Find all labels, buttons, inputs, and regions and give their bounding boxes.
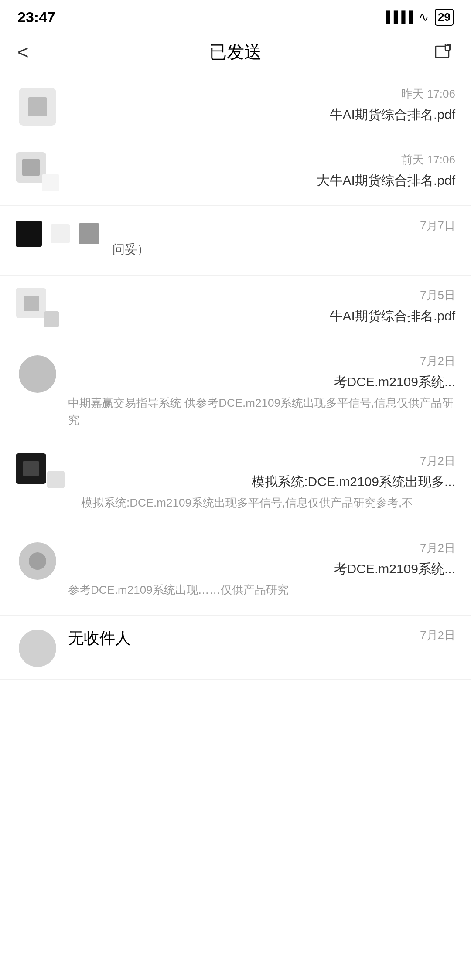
mail-preview: 参考DCE.m2109系统出现……仅供产品研究 [68, 582, 455, 599]
list-item[interactable]: 7月2日 考DCE.m2109系统... 中期嘉赢交易指导系统 供参考DCE.m… [0, 341, 471, 441]
list-item[interactable]: 7月7日 问妥） [0, 206, 471, 276]
mail-preview: 中期嘉赢交易指导系统 供参考DCE.m2109系统出现多平信号,信息仅供产品研究 [68, 395, 455, 429]
mail-content: 7月2日 模拟系统:DCE.m2109系统出现多... 模拟系统:DCE.m21… [72, 453, 455, 511]
back-icon: < [17, 41, 29, 63]
status-time: 23:47 [17, 9, 55, 26]
avatar [16, 630, 59, 667]
mail-subject: 考DCE.m2109系统... [68, 373, 455, 391]
compose-icon [433, 43, 452, 62]
mail-time: 7月5日 [420, 288, 455, 303]
mail-content: 7月2日 考DCE.m2109系统... 参考DCE.m2109系统出现……仅供… [59, 541, 455, 599]
mail-time: 7月2日 [420, 453, 455, 469]
mail-content: 昨天 17:06 牛AI期货综合排名.pdf [59, 86, 455, 127]
mail-list: 昨天 17:06 牛AI期货综合排名.pdf 前天 17:06 大牛AI期货综合… [0, 74, 471, 680]
mail-subject: 考DCE.m2109系统... [68, 560, 455, 578]
mail-preview: 问妥） [113, 240, 455, 259]
mail-content: 7月2日 考DCE.m2109系统... 中期嘉赢交易指导系统 供参考DCE.m… [59, 354, 455, 429]
list-item[interactable]: 前天 17:06 大牛AI期货综合排名.pdf [0, 140, 471, 206]
mail-time: 前天 17:06 [401, 152, 455, 167]
avatar [16, 88, 59, 126]
mail-content: 前天 17:06 大牛AI期货综合排名.pdf [59, 152, 455, 193]
mail-time: 7月2日 [420, 541, 455, 556]
status-bar: 23:47 ▐▐▐▐ ∿ 29 [0, 0, 471, 31]
list-item[interactable]: 7月5日 牛AI期货综合排名.pdf [0, 276, 471, 341]
mail-header: 7月7日 [113, 218, 455, 233]
avatar [16, 453, 72, 493]
list-item[interactable]: 7月2日 模拟系统:DCE.m2109系统出现多... 模拟系统:DCE.m21… [0, 441, 471, 528]
avatar [16, 355, 59, 393]
mail-time: 7月2日 [420, 628, 455, 643]
mail-header: 7月2日 [68, 354, 455, 369]
top-nav: < 已发送 [0, 31, 471, 74]
avatar [16, 288, 59, 327]
edit-area [427, 41, 454, 63]
mail-subject: 牛AI期货综合排名.pdf [68, 106, 455, 124]
list-item[interactable]: 7月2日 考DCE.m2109系统... 参考DCE.m2109系统出现……仅供… [0, 528, 471, 616]
mail-time: 昨天 17:06 [401, 86, 455, 102]
mail-subject: 模拟系统:DCE.m2109系统出现多... [81, 473, 455, 491]
status-icons: ▐▐▐▐ ∿ 29 [382, 9, 454, 26]
mail-subject: 大牛AI期货综合排名.pdf [68, 172, 455, 190]
mail-time: 7月2日 [420, 354, 455, 369]
mail-header: 前天 17:06 [68, 152, 455, 167]
signal-icon: ▐▐▐▐ [382, 10, 413, 24]
list-item[interactable]: 无收件人 7月2日 [0, 616, 471, 680]
mail-header: 7月2日 [81, 453, 455, 469]
mail-content: 7月5日 牛AI期货综合排名.pdf [59, 288, 455, 329]
mail-header: 7月2日 [68, 541, 455, 556]
mail-content: 7月7日 问妥） [99, 218, 455, 259]
back-button[interactable]: < [17, 41, 44, 63]
compose-button[interactable] [432, 41, 454, 63]
mail-subject: 牛AI期货综合排名.pdf [68, 307, 455, 325]
avatar [16, 152, 59, 191]
mail-content: 无收件人 7月2日 [59, 628, 455, 663]
mail-header: 7月5日 [68, 288, 455, 303]
mail-header: 无收件人 7月2日 [68, 628, 455, 649]
mail-header: 昨天 17:06 [68, 86, 455, 102]
list-item[interactable]: 昨天 17:06 牛AI期货综合排名.pdf [0, 74, 471, 140]
mail-time: 7月7日 [420, 218, 455, 233]
avatar [16, 218, 99, 247]
mail-sender: 无收件人 [68, 628, 131, 649]
mail-preview: 模拟系统:DCE.m2109系统出现多平信号,信息仅供产品研究参考,不 [81, 494, 455, 511]
page-title: 已发送 [44, 40, 427, 64]
avatar [16, 542, 59, 580]
wifi-icon: ∿ [419, 10, 429, 24]
battery-icon: 29 [435, 9, 454, 26]
